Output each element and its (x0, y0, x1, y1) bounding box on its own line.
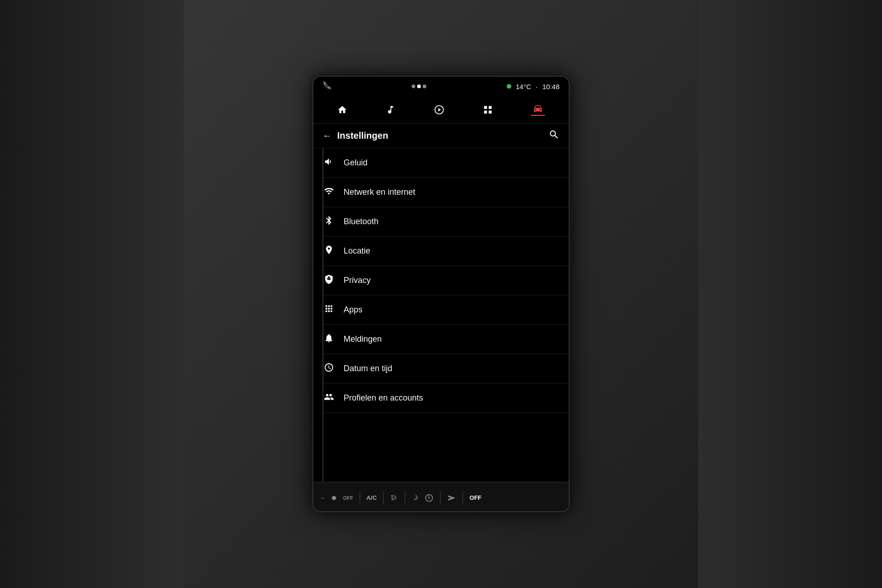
settings-item-geluid[interactable]: Geluid (322, 148, 569, 178)
apps-icon (322, 304, 335, 316)
climate-off-label: OFF (469, 494, 481, 501)
privacy-icon (322, 274, 335, 287)
seat-heat-right-icon (412, 494, 420, 502)
fan-icon (329, 493, 339, 503)
status-bar: 14°C · 10:48 (313, 77, 569, 96)
car-icon (533, 103, 543, 113)
divider-1 (360, 491, 360, 505)
nav-bar (313, 96, 569, 124)
page-title: Instellingen (337, 130, 388, 141)
dot-2 (417, 85, 421, 88)
temp-left-dash: -- (321, 494, 325, 501)
settings-item-profielen[interactable]: Profielen en accounts (322, 384, 569, 413)
media-icon (434, 105, 444, 115)
meldingen-label: Meldingen (344, 334, 382, 344)
settings-item-apps[interactable]: Apps (322, 295, 569, 325)
svg-rect-5 (484, 110, 486, 113)
nav-car[interactable] (526, 102, 550, 118)
header-left: ← Instellingen (322, 130, 388, 141)
nav-apps[interactable] (477, 103, 498, 117)
svg-rect-6 (488, 110, 491, 113)
phone-icon (322, 81, 332, 92)
divider-4 (440, 491, 441, 505)
temperature-display: 14°C (516, 83, 531, 90)
music-icon (385, 105, 396, 115)
volume-icon (322, 157, 335, 169)
settings-item-bluetooth[interactable]: Bluetooth (322, 207, 569, 237)
divider-2 (383, 491, 384, 505)
wifi-icon (322, 186, 335, 198)
people-icon (322, 392, 335, 404)
privacy-label: Privacy (344, 276, 371, 285)
settings-item-meldingen[interactable]: Meldingen (322, 325, 569, 354)
dashboard-right (698, 0, 882, 588)
nav-home[interactable] (332, 103, 353, 117)
location-icon (322, 245, 335, 257)
status-right: 14°C · 10:48 (507, 83, 560, 90)
ac-label: A/C (367, 494, 377, 501)
search-icon (548, 129, 560, 140)
search-button[interactable] (548, 129, 560, 143)
netwerk-label: Netwerk en internet (344, 187, 415, 197)
nav-media[interactable] (429, 103, 450, 117)
fan-off-label: OFF (343, 495, 353, 501)
infotainment-screen: 14°C · 10:48 (312, 76, 570, 512)
svg-rect-4 (488, 106, 491, 108)
seat-heat-left-icon (390, 494, 398, 502)
divider-5 (463, 491, 463, 505)
active-underline (531, 115, 545, 116)
apps-label: Apps (344, 305, 362, 315)
settings-item-locatie[interactable]: Locatie (322, 237, 569, 266)
bluetooth-icon (322, 215, 335, 228)
clock-icon (322, 362, 335, 375)
dot-3 (423, 85, 426, 88)
left-accent-bar (322, 148, 323, 482)
bell-icon (322, 333, 335, 345)
home-icon (337, 105, 347, 115)
rear-defrost-icon (447, 493, 456, 503)
settings-list: Geluid Netwerk en internet Bluetooth (313, 148, 569, 482)
bluetooth-label: Bluetooth (344, 217, 379, 226)
settings-item-netwerk[interactable]: Netwerk en internet (322, 178, 569, 207)
settings-item-privacy[interactable]: Privacy (322, 266, 569, 295)
nav-music[interactable] (380, 103, 401, 117)
profielen-label: Profielen en accounts (344, 393, 423, 403)
dashboard-left (0, 0, 184, 588)
status-center (412, 85, 426, 88)
settings-header: ← Instellingen (313, 124, 569, 148)
steering-heat-icon (424, 493, 434, 503)
separator: · (536, 83, 537, 90)
dot-1 (412, 85, 415, 88)
status-left (322, 81, 332, 92)
svg-rect-3 (484, 106, 486, 108)
divider-3 (405, 491, 405, 505)
datum-label: Datum en tijd (344, 364, 392, 373)
geluid-label: Geluid (344, 158, 368, 168)
svg-marker-2 (438, 108, 441, 111)
climate-bar: -- OFF A/C OFF (313, 482, 569, 512)
settings-list-wrapper: Geluid Netwerk en internet Bluetooth (313, 148, 569, 482)
time-display: 10:48 (542, 83, 560, 90)
car-background: 14°C · 10:48 (0, 0, 882, 588)
svg-point-7 (333, 497, 334, 498)
connection-dot (507, 84, 511, 89)
locatie-label: Locatie (344, 246, 370, 256)
settings-item-datum[interactable]: Datum en tijd (322, 354, 569, 384)
apps-grid-icon (483, 105, 493, 115)
back-button[interactable]: ← (322, 130, 332, 141)
